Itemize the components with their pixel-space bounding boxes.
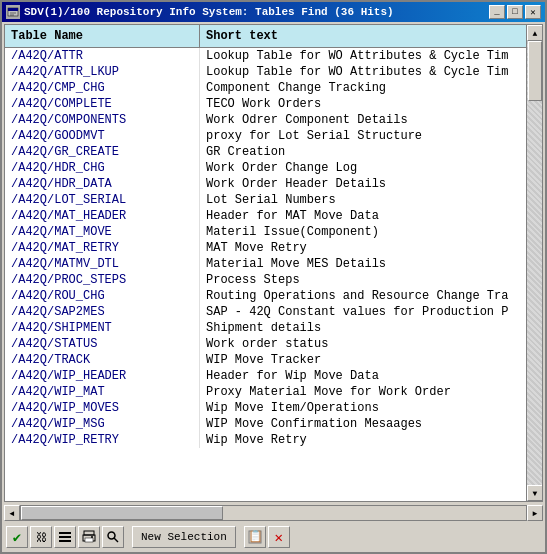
chain-button[interactable]: ⛓ (30, 526, 52, 548)
table-row[interactable]: /A42Q/LOT_SERIALLot Serial Numbers (5, 192, 526, 208)
cell-table-name: /A42Q/WIP_RETRY (5, 432, 200, 448)
scroll-right-button[interactable]: ► (527, 505, 543, 521)
table-row[interactable]: /A42Q/PROC_STEPSProcess Steps (5, 272, 526, 288)
table-row[interactable]: /A42Q/COMPLETETECO Work Orders (5, 96, 526, 112)
scroll-down-button[interactable]: ▼ (527, 485, 542, 501)
cell-short-text: Header for Wip Move Data (200, 368, 526, 384)
table-body[interactable]: /A42Q/ATTRLookup Table for WO Attributes… (5, 48, 526, 501)
table-row[interactable]: /A42Q/HDR_CHGWork Order Change Log (5, 160, 526, 176)
col-name-header: Table Name (5, 25, 200, 47)
cell-short-text: Lookup Table for WO Attributes & Cycle T… (200, 64, 526, 80)
cell-short-text: Work Odrer Component Details (200, 112, 526, 128)
minimize-button[interactable]: _ (489, 5, 505, 19)
cell-table-name: /A42Q/MAT_RETRY (5, 240, 200, 256)
scroll-track[interactable] (527, 41, 542, 485)
title-bar: SDV(1)/100 Repository Info System: Table… (2, 2, 545, 22)
vertical-scrollbar: ▲ ▼ (526, 25, 542, 501)
cell-table-name: /A42Q/MAT_HEADER (5, 208, 200, 224)
cell-table-name: /A42Q/ROU_CHG (5, 288, 200, 304)
table-row[interactable]: /A42Q/MAT_MOVEMateril Issue(Component) (5, 224, 526, 240)
main-window: SDV(1)/100 Repository Info System: Table… (0, 0, 547, 554)
table-row[interactable]: /A42Q/GR_CREATEGR Creation (5, 144, 526, 160)
table-row[interactable]: /A42Q/MAT_HEADERHeader for MAT Move Data (5, 208, 526, 224)
cell-table-name: /A42Q/GOODMVT (5, 128, 200, 144)
cell-short-text: Lookup Table for WO Attributes & Cycle T… (200, 48, 526, 64)
table-row[interactable]: /A42Q/SHIPMENTShipment details (5, 320, 526, 336)
cell-table-name: /A42Q/TRACK (5, 352, 200, 368)
table-row[interactable]: /A42Q/STATUSWork order status (5, 336, 526, 352)
cell-short-text: SAP - 42Q Constant values for Production… (200, 304, 526, 320)
cell-short-text: proxy for Lot Serial Structure (200, 128, 526, 144)
execute-button[interactable]: ✔ (6, 526, 28, 548)
table-row[interactable]: /A42Q/MAT_RETRYMAT Move Retry (5, 240, 526, 256)
inner-content: Table Name Short text /A42Q/ATTRLookup T… (5, 25, 526, 501)
title-controls: _ □ ✕ (489, 5, 541, 19)
svg-rect-7 (84, 531, 94, 535)
cell-short-text: Work order status (200, 336, 526, 352)
table-row[interactable]: /A42Q/MATMV_DTLMaterial Move MES Details (5, 256, 526, 272)
cell-short-text: MAT Move Retry (200, 240, 526, 256)
scroll-thumb[interactable] (528, 41, 542, 101)
table-row[interactable]: /A42Q/ATTRLookup Table for WO Attributes… (5, 48, 526, 64)
content-with-scroll: Table Name Short text /A42Q/ATTRLookup T… (5, 25, 542, 501)
cell-table-name: /A42Q/HDR_CHG (5, 160, 200, 176)
cell-table-name: /A42Q/ATTR_LKUP (5, 64, 200, 80)
scroll-up-button[interactable]: ▲ (527, 25, 542, 41)
col-short-header: Short text (200, 25, 526, 47)
h-scroll-track[interactable] (20, 505, 527, 521)
new-selection-button[interactable]: New Selection (132, 526, 236, 548)
table-row[interactable]: /A42Q/GOODMVTproxy for Lot Serial Struct… (5, 128, 526, 144)
svg-rect-4 (59, 532, 71, 534)
table-row[interactable]: /A42Q/HDR_DATAWork Order Header Details (5, 176, 526, 192)
title-bar-left: SDV(1)/100 Repository Info System: Table… (6, 5, 394, 19)
table-row[interactable]: /A42Q/CMP_CHGComponent Change Tracking (5, 80, 526, 96)
cell-table-name: /A42Q/PROC_STEPS (5, 272, 200, 288)
svg-rect-1 (8, 8, 18, 11)
cell-table-name: /A42Q/HDR_DATA (5, 176, 200, 192)
table-row[interactable]: /A42Q/SAP2MESSAP - 42Q Constant values f… (5, 304, 526, 320)
horizontal-scrollbar: ◄ ► (2, 504, 545, 522)
maximize-button[interactable]: □ (507, 5, 523, 19)
svg-text:📋: 📋 (248, 530, 262, 544)
close-button[interactable]: ✕ (525, 5, 541, 19)
table-row[interactable]: /A42Q/ROU_CHGRouting Operations and Reso… (5, 288, 526, 304)
cell-table-name: /A42Q/SAP2MES (5, 304, 200, 320)
window-title: SDV(1)/100 Repository Info System: Table… (24, 6, 394, 18)
cell-short-text: Process Steps (200, 272, 526, 288)
cell-table-name: /A42Q/LOT_SERIAL (5, 192, 200, 208)
cancel-button[interactable]: ✕ (268, 526, 290, 548)
table-row[interactable]: /A42Q/ATTR_LKUPLookup Table for WO Attri… (5, 64, 526, 80)
cell-table-name: /A42Q/WIP_HEADER (5, 368, 200, 384)
window-icon (6, 5, 20, 19)
cell-short-text: Work Order Header Details (200, 176, 526, 192)
bottom-toolbar: ✔ ⛓ (2, 522, 545, 552)
export-button[interactable]: 📋 (244, 526, 266, 548)
cell-table-name: /A42Q/MATMV_DTL (5, 256, 200, 272)
cell-table-name: /A42Q/COMPONENTS (5, 112, 200, 128)
svg-point-10 (91, 536, 93, 538)
content-area: Table Name Short text /A42Q/ATTRLookup T… (4, 24, 543, 502)
table-row[interactable]: /A42Q/WIP_MSGWIP Move Confirmation Mesaa… (5, 416, 526, 432)
table-row[interactable]: /A42Q/TRACKWIP Move Tracker (5, 352, 526, 368)
svg-rect-5 (59, 536, 71, 538)
scroll-left-button[interactable]: ◄ (4, 505, 20, 521)
table-row[interactable]: /A42Q/WIP_RETRYWip Move Retry (5, 432, 526, 448)
table-row[interactable]: /A42Q/COMPONENTSWork Odrer Component Det… (5, 112, 526, 128)
cell-short-text: Component Change Tracking (200, 80, 526, 96)
find-button[interactable] (102, 526, 124, 548)
cell-table-name: /A42Q/COMPLETE (5, 96, 200, 112)
cell-table-name: /A42Q/WIP_MSG (5, 416, 200, 432)
table-row[interactable]: /A42Q/WIP_HEADERHeader for Wip Move Data (5, 368, 526, 384)
table-header: Table Name Short text (5, 25, 526, 48)
cell-table-name: /A42Q/ATTR (5, 48, 200, 64)
cell-table-name: /A42Q/WIP_MOVES (5, 400, 200, 416)
table-row[interactable]: /A42Q/WIP_MOVESWip Move Item/Operations (5, 400, 526, 416)
table-row[interactable]: /A42Q/WIP_MATProxy Material Move for Wor… (5, 384, 526, 400)
print-button[interactable] (78, 526, 100, 548)
svg-rect-6 (59, 540, 71, 542)
cell-short-text: Wip Move Item/Operations (200, 400, 526, 416)
h-scroll-thumb[interactable] (21, 506, 223, 520)
list-button[interactable] (54, 526, 76, 548)
cell-short-text: Work Order Change Log (200, 160, 526, 176)
cell-short-text: Routing Operations and Resource Change T… (200, 288, 526, 304)
